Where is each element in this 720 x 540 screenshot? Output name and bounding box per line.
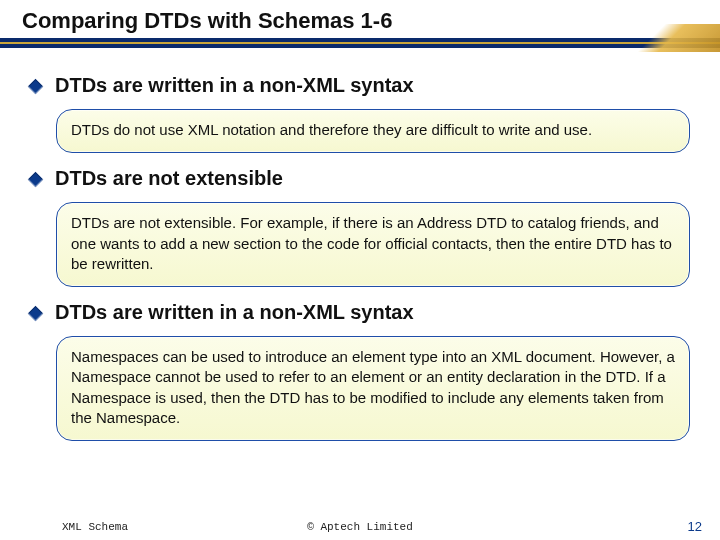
content-area: DTDs are written in a non-XML syntax DTD… bbox=[0, 54, 720, 441]
section-heading: DTDs are not extensible bbox=[55, 167, 283, 190]
section-heading: DTDs are written in a non-XML syntax bbox=[55, 301, 414, 324]
section-body-box: Namespaces can be used to introduce an e… bbox=[56, 336, 690, 441]
section-heading-row: DTDs are written in a non-XML syntax bbox=[30, 301, 690, 324]
slide: Comparing DTDs with Schemas 1-6 DTDs are… bbox=[0, 0, 720, 540]
section-heading-row: DTDs are not extensible bbox=[30, 167, 690, 190]
title-underline bbox=[0, 38, 720, 48]
diamond-bullet-icon bbox=[28, 79, 44, 95]
section-body-text: DTDs are not extensible. For example, if… bbox=[71, 214, 672, 272]
section-3: DTDs are written in a non-XML syntax Nam… bbox=[30, 301, 690, 441]
section-heading: DTDs are written in a non-XML syntax bbox=[55, 74, 414, 97]
section-body-box: DTDs are not extensible. For example, if… bbox=[56, 202, 690, 287]
section-body-text: DTDs do not use XML notation and therefo… bbox=[71, 121, 592, 138]
footer-center: © Aptech Limited bbox=[0, 521, 720, 533]
section-2: DTDs are not extensible DTDs are not ext… bbox=[30, 167, 690, 287]
footer: XML Schema © Aptech Limited 12 bbox=[0, 519, 720, 534]
section-heading-row: DTDs are written in a non-XML syntax bbox=[30, 74, 690, 97]
section-body-text: Namespaces can be used to introduce an e… bbox=[71, 348, 675, 426]
slide-title: Comparing DTDs with Schemas 1-6 bbox=[22, 8, 698, 34]
title-bar: Comparing DTDs with Schemas 1-6 bbox=[0, 0, 720, 54]
diamond-bullet-icon bbox=[28, 306, 44, 322]
diamond-bullet-icon bbox=[28, 172, 44, 188]
section-body-box: DTDs do not use XML notation and therefo… bbox=[56, 109, 690, 153]
section-1: DTDs are written in a non-XML syntax DTD… bbox=[30, 74, 690, 153]
